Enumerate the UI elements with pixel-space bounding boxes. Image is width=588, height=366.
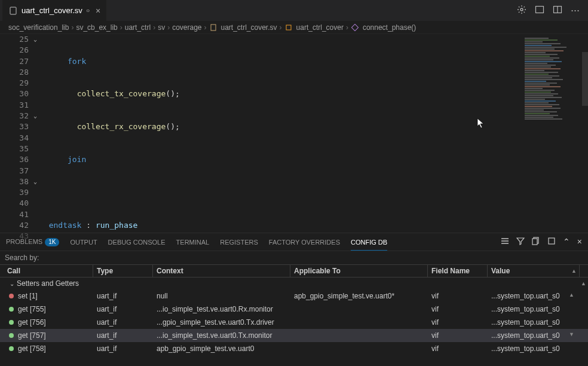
bottom-panel: PROBLEMS1K OUTPUT DEBUG CONSOLE TERMINAL… (0, 233, 588, 366)
get-icon (7, 331, 16, 340)
crumb[interactable]: uart_ctrl (125, 23, 151, 32)
split-editor-icon[interactable] (535, 5, 544, 16)
table-row[interactable]: set [1]uart_ifnullapb_gpio_simple_test.v… (0, 289, 588, 303)
code-content[interactable]: fork collect_tx_coverage(); collect_rx_c… (39, 34, 522, 233)
col-field[interactable]: Field Name (428, 265, 488, 277)
svg-point-11 (9, 294, 14, 298)
col-value[interactable]: Value▲ (488, 265, 580, 277)
tab-factory-overrides[interactable]: FACTORY OVERRIDES (269, 234, 340, 251)
search-label: Search by: (5, 254, 39, 262)
problems-badge: 1K (45, 238, 59, 246)
table-row[interactable]: get [757]uart_if...io_simple_test.ve.uar… (0, 329, 588, 342)
svg-point-14 (9, 333, 14, 338)
crumb[interactable]: uart_ctrl_cover.sv (221, 23, 277, 32)
col-type[interactable]: Type (93, 265, 153, 277)
panel-tabs: PROBLEMS1K OUTPUT DEBUG CONSOLE TERMINAL… (0, 233, 588, 251)
minimap-slider[interactable] (582, 52, 588, 106)
col-applicable[interactable]: Applicable To (290, 265, 428, 277)
minimap[interactable] (522, 34, 588, 233)
config-db-table: Call Type Context Applicable To Field Na… (0, 264, 588, 366)
file-sv-icon (8, 6, 18, 16)
maximize-icon[interactable]: ⌃ (563, 237, 570, 247)
editor-tab[interactable]: uart_ctrl_cover.sv ○ × (2, 0, 107, 21)
scroll-up-icon: ▲ (579, 280, 588, 286)
class-icon (284, 23, 293, 32)
tab-dirty-indicator: ○ (86, 7, 90, 14)
tab-close-icon[interactable]: × (96, 6, 100, 16)
search-row: Search by: (0, 251, 588, 264)
search-input[interactable] (44, 254, 163, 262)
set-icon (7, 292, 16, 300)
crumb[interactable]: soc_verification_lib (8, 23, 69, 32)
get-icon (7, 344, 16, 353)
crumb[interactable]: sv (158, 23, 165, 32)
group-row[interactable]: ⌄ Setters and Getters ▲ (0, 277, 588, 289)
sort-icon: ▲ (571, 268, 577, 274)
crumb[interactable]: connect_phase() (363, 23, 416, 32)
svg-rect-6 (286, 25, 291, 30)
col-context[interactable]: Context (153, 265, 290, 277)
close-panel-icon[interactable]: × (577, 237, 582, 247)
editor-actions: ⋯ (517, 5, 586, 16)
breadcrumb[interactable]: soc_verification_lib› sv_cb_ex_lib› uart… (0, 21, 588, 34)
svg-rect-10 (549, 238, 555, 244)
tab-filename: uart_ctrl_cover.sv (22, 6, 82, 15)
svg-rect-5 (211, 25, 216, 30)
file-icon (209, 23, 218, 32)
tab-output[interactable]: OUTPUT (70, 234, 97, 251)
view-list-icon[interactable] (501, 237, 509, 247)
svg-rect-2 (536, 7, 544, 13)
get-icon (7, 305, 16, 313)
svg-rect-9 (532, 239, 537, 245)
tab-debug-console[interactable]: DEBUG CONSOLE (108, 234, 166, 251)
copy-all-icon[interactable] (547, 237, 556, 247)
tab-registers[interactable]: REGISTERS (220, 234, 258, 251)
svg-rect-7 (351, 24, 358, 30)
crumb[interactable]: coverage (172, 23, 201, 32)
line-number-gutter: 25⌄ 26 27 28 29 30 31 ◆32⌄ 33 34 35 36 3… (0, 34, 39, 233)
svg-point-12 (9, 307, 14, 312)
table-row[interactable]: get [756]uart_if...gpio_simple_test.ve.u… (0, 316, 588, 329)
tab-config-db[interactable]: CONFIG DB (351, 234, 387, 251)
crumb[interactable]: sv_cb_ex_lib (76, 23, 117, 32)
crumb[interactable]: uart_ctrl_cover (296, 23, 344, 32)
svg-rect-0 (10, 7, 16, 14)
svg-point-13 (9, 320, 14, 325)
col-call[interactable]: Call (4, 265, 93, 277)
table-row[interactable]: get [758]uart_ifapb_gpio_simple_test.ve.… (0, 342, 588, 355)
tab-terminal[interactable]: TERMINAL (176, 234, 210, 251)
gear-icon[interactable] (517, 5, 526, 16)
svg-point-1 (520, 8, 523, 11)
tab-bar: uart_ctrl_cover.sv ○ × ⋯ (0, 0, 588, 21)
get-icon (7, 318, 16, 327)
split-right-icon[interactable] (553, 5, 562, 16)
more-icon[interactable]: ⋯ (571, 5, 580, 16)
chevron-down-icon: ⌄ (10, 280, 14, 287)
table-row[interactable]: get [755]uart_if...io_simple_test.ve.uar… (0, 303, 588, 316)
filter-icon[interactable] (516, 237, 525, 247)
svg-point-15 (9, 346, 14, 351)
copy-icon[interactable] (532, 237, 540, 247)
method-icon (351, 23, 359, 32)
table-header: Call Type Context Applicable To Field Na… (0, 264, 588, 277)
editor-area[interactable]: 25⌄ 26 27 28 29 30 31 ◆32⌄ 33 34 35 36 3… (0, 34, 588, 233)
